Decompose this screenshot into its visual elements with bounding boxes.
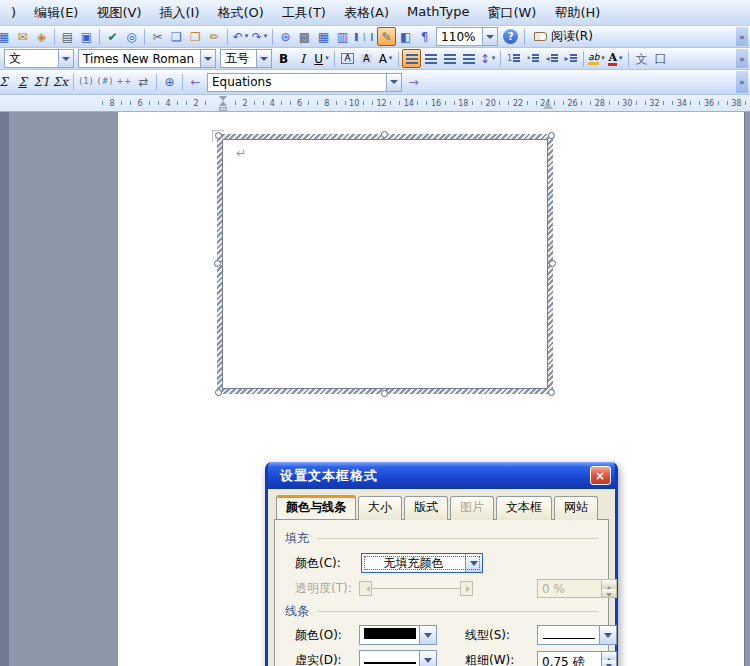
char-scale-button[interactable]: A bbox=[376, 49, 395, 68]
chevron-down-icon[interactable] bbox=[482, 28, 497, 45]
mathpage-export-icon[interactable]: ⊕ bbox=[160, 73, 179, 92]
redo-icon[interactable]: ↷ bbox=[250, 27, 269, 46]
toolbar-options-button[interactable]: » bbox=[736, 49, 748, 68]
format-equations-icon[interactable]: ++ bbox=[115, 73, 134, 92]
toolbar-options-button[interactable]: » bbox=[736, 71, 748, 93]
research-icon[interactable]: ◎ bbox=[122, 27, 141, 46]
menu-item-view[interactable]: 视图(V) bbox=[87, 1, 150, 25]
font-size-combobox[interactable]: 五号 bbox=[220, 49, 272, 68]
menu-item-table[interactable]: 表格(A) bbox=[335, 1, 398, 25]
distributed-button[interactable] bbox=[459, 49, 478, 68]
equations-combobox[interactable]: Equations bbox=[207, 73, 402, 92]
bold-button[interactable]: B bbox=[274, 49, 293, 68]
chevron-down-icon[interactable] bbox=[386, 74, 401, 91]
increase-indent-button[interactable]: ▸ bbox=[561, 49, 580, 68]
help-icon[interactable]: ? bbox=[503, 29, 518, 44]
insert-table-icon[interactable]: ▦ bbox=[314, 27, 333, 46]
read-layout-button[interactable]: 阅读(R) bbox=[528, 27, 599, 46]
chevron-down-icon[interactable] bbox=[200, 50, 215, 67]
bullets-button[interactable]: • bbox=[523, 49, 542, 68]
numbering-button[interactable]: 1 bbox=[504, 49, 523, 68]
drawing-icon[interactable]: ✎ bbox=[377, 27, 396, 46]
align-right-button[interactable] bbox=[440, 49, 459, 68]
text-box-canvas[interactable]: ↵ bbox=[222, 139, 548, 389]
save-icon[interactable]: ▦ bbox=[0, 27, 13, 46]
zoom-combobox[interactable]: 110% bbox=[436, 27, 498, 46]
menu-item-insert[interactable]: 插入(I) bbox=[150, 1, 208, 25]
resize-handle-middle-right[interactable] bbox=[549, 260, 556, 267]
hyperlink-icon[interactable]: ⊛ bbox=[276, 27, 295, 46]
italic-button[interactable]: I bbox=[293, 49, 312, 68]
permission-icon[interactable]: ◈ bbox=[32, 27, 51, 46]
align-left-button[interactable] bbox=[402, 49, 421, 68]
print-preview-icon[interactable]: ▣ bbox=[77, 27, 96, 46]
menu-item-tools[interactable]: 工具(T) bbox=[273, 1, 335, 25]
right-indent-marker[interactable] bbox=[543, 98, 553, 109]
email-icon[interactable]: ✉ bbox=[13, 27, 32, 46]
tab-size[interactable]: 大小 bbox=[358, 496, 402, 520]
highlight-button[interactable]: ab bbox=[587, 49, 606, 68]
resize-handle-middle-left[interactable] bbox=[214, 260, 221, 267]
undo-icon[interactable]: ↶ bbox=[231, 27, 250, 46]
numbered-equation-icon[interactable]: Σ1 bbox=[32, 73, 51, 92]
copy-icon[interactable]: ❏ bbox=[167, 27, 186, 46]
spin-up-icon[interactable] bbox=[602, 652, 616, 661]
format-painter-icon[interactable]: ✏ bbox=[205, 27, 224, 46]
display-equation-icon[interactable]: Σ bbox=[13, 73, 32, 92]
chevron-down-icon[interactable] bbox=[419, 651, 436, 666]
insert-equation-ref-icon[interactable]: (#) bbox=[96, 73, 115, 92]
resize-handle-top-right[interactable] bbox=[548, 132, 555, 139]
resize-handle-bottom-right[interactable] bbox=[548, 389, 555, 396]
decrease-indent-button[interactable]: ◂ bbox=[542, 49, 561, 68]
chevron-down-icon[interactable] bbox=[465, 554, 482, 572]
strike-equation-icon[interactable]: Σx bbox=[51, 73, 70, 92]
paste-icon[interactable]: ❒ bbox=[186, 27, 205, 46]
hanging-indent-marker[interactable] bbox=[219, 97, 227, 106]
menu-item-edit[interactable]: 编辑(E) bbox=[25, 1, 87, 25]
line-style-combobox[interactable] bbox=[537, 625, 617, 645]
resize-handle-bottom-center[interactable] bbox=[381, 390, 388, 397]
resize-handle-top-center[interactable] bbox=[381, 131, 388, 138]
line-weight-spinner[interactable]: 0.75 磅 bbox=[537, 651, 617, 666]
spelling-icon[interactable]: ✔ bbox=[103, 27, 122, 46]
tab-website[interactable]: 网站 bbox=[554, 496, 598, 520]
cut-icon[interactable]: ✂ bbox=[148, 27, 167, 46]
print-icon[interactable]: ▤ bbox=[58, 27, 77, 46]
font-combobox[interactable]: Times New Roman bbox=[78, 49, 216, 68]
line-dashed-combobox[interactable] bbox=[359, 650, 437, 666]
line-color-combobox[interactable] bbox=[359, 625, 437, 645]
left-indent-marker[interactable] bbox=[219, 107, 227, 111]
menu-item-file-partial[interactable]: ) bbox=[2, 2, 25, 23]
chevron-down-icon[interactable] bbox=[419, 626, 436, 644]
toolbar-options-button[interactable]: » bbox=[736, 27, 748, 46]
dialog-title-bar[interactable]: 设置文本框格式 × bbox=[268, 462, 615, 489]
resize-handle-bottom-left[interactable] bbox=[215, 389, 222, 396]
menu-item-format[interactable]: 格式(O) bbox=[208, 1, 272, 25]
chart-icon[interactable]: ❚❘❙ bbox=[352, 27, 377, 46]
spin-down-icon[interactable] bbox=[602, 660, 616, 666]
text-box[interactable]: ↵ bbox=[217, 134, 553, 394]
char-shading-button[interactable]: A bbox=[357, 49, 376, 68]
chevron-down-icon[interactable] bbox=[58, 50, 73, 67]
insert-equation-number-icon[interactable]: (1) bbox=[77, 73, 96, 92]
char-border-button[interactable]: A bbox=[338, 49, 357, 68]
chevron-down-icon[interactable] bbox=[256, 50, 271, 67]
menu-item-window[interactable]: 窗口(W) bbox=[478, 1, 545, 25]
close-icon[interactable]: × bbox=[590, 466, 611, 485]
line-spacing-button[interactable]: ↕ bbox=[478, 49, 497, 68]
underline-button[interactable]: U bbox=[312, 49, 331, 68]
show-hide-icon[interactable]: ¶ bbox=[415, 27, 434, 46]
style-combobox[interactable]: 文 bbox=[4, 49, 74, 68]
fill-color-combobox[interactable]: 无填充颜色 bbox=[361, 553, 483, 573]
tab-layout[interactable]: 版式 bbox=[404, 496, 448, 520]
enclose-char-button[interactable]: 囗 bbox=[651, 49, 670, 68]
columns-icon[interactable]: ▥ bbox=[333, 27, 352, 46]
chevron-down-icon[interactable] bbox=[599, 626, 616, 644]
font-color-button[interactable]: A bbox=[606, 49, 625, 68]
align-center-button[interactable] bbox=[421, 49, 440, 68]
inline-equation-icon[interactable]: Σ bbox=[0, 73, 13, 92]
resize-handle-top-left[interactable] bbox=[215, 132, 222, 139]
menu-item-mathtype[interactable]: MathType bbox=[398, 1, 478, 25]
menu-item-help[interactable]: 帮助(H) bbox=[545, 1, 609, 25]
horizontal-ruler[interactable]: 8642 2468101214161820222426283032343638 bbox=[0, 95, 750, 112]
